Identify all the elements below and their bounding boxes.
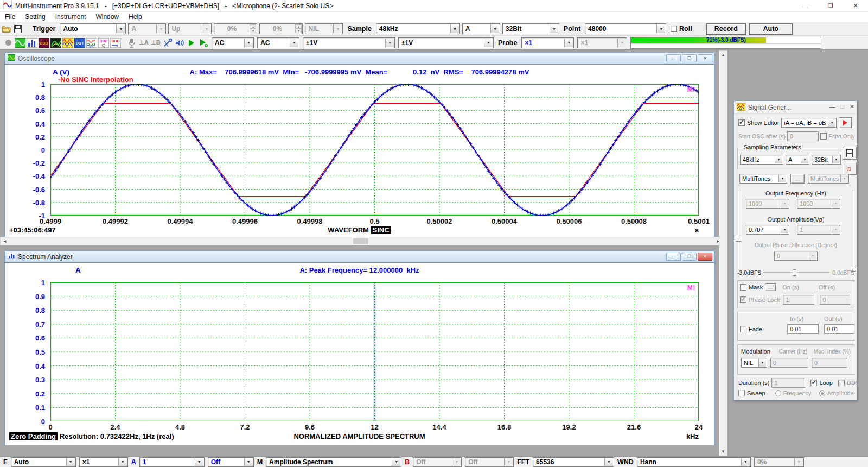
signal-generator-icon[interactable] [62, 37, 74, 49]
chevron-down-icon[interactable]: ▼ [832, 156, 840, 163]
maximize-button[interactable]: ❐ [818, 0, 843, 11]
device-test-plan-icon[interactable]: DUT [74, 37, 86, 49]
amplitude-slider-a[interactable] [735, 188, 742, 273]
range-b-combo[interactable]: ±1V▼ [398, 37, 494, 48]
menu-help[interactable]: Help [124, 13, 147, 21]
record-button[interactable]: Record [706, 23, 746, 35]
sweep-frequency-radio[interactable] [775, 390, 781, 396]
derived-data-curves-icon[interactable] [86, 37, 98, 49]
menu-instrument[interactable]: Instrument [50, 13, 91, 21]
chevron-down-icon[interactable]: ▼ [385, 39, 394, 47]
chevron-down-icon[interactable]: ▼ [392, 458, 400, 466]
duration-input[interactable]: 1 [771, 378, 805, 388]
microphone-icon[interactable] [126, 37, 138, 49]
output-run-icon[interactable] [197, 37, 209, 49]
chevron-down-icon[interactable]: ▼ [775, 156, 782, 163]
multimeter-icon[interactable]: 888 [38, 37, 50, 49]
dds-checkbox[interactable] [838, 380, 845, 386]
freq-b-combo[interactable]: 1000▼ [797, 199, 840, 209]
siggen-music-button[interactable]: ♬ [843, 162, 857, 175]
wave-a-combo[interactable]: MultiTones▼ [739, 174, 787, 184]
menu-file[interactable]: File [0, 13, 20, 21]
phase-combo[interactable]: 0▼ [774, 251, 818, 261]
freq-a-combo[interactable]: 1000▼ [746, 199, 789, 209]
chevron-down-icon[interactable]: ▼ [778, 175, 786, 182]
trigger-source-combo[interactable]: A▼ [128, 23, 166, 34]
oscilloscope-icon[interactable] [14, 37, 26, 49]
wave-b-combo[interactable]: MultiTones▼ [808, 174, 849, 184]
amp-b-combo[interactable]: 1▼ [797, 225, 840, 235]
trigger-hpf-combo[interactable]: NIL▼ [305, 23, 343, 34]
amp-a-combo[interactable]: 0.707▼ [746, 225, 789, 235]
siggen-save-button[interactable] [843, 147, 857, 160]
close-button[interactable]: ✕ [843, 0, 868, 11]
spectrum-analyzer-icon[interactable] [26, 37, 38, 49]
siggen-run-button[interactable] [839, 117, 852, 128]
scroll-up-icon[interactable]: ▲ [719, 51, 727, 59]
chevron-down-icon[interactable]: ▼ [116, 24, 125, 33]
mdi-vertical-scrollbar[interactable]: ▲ ▼ [719, 50, 727, 456]
range-a-combo[interactable]: ±1V▼ [303, 37, 395, 48]
slider-thumb[interactable] [736, 237, 741, 242]
oscilloscope-title-bar[interactable]: Oscilloscope — ❐ ✕ [5, 53, 714, 64]
spin-up-icon[interactable]: ▲ [250, 24, 256, 29]
carrier-input[interactable]: 0 [770, 358, 808, 368]
slider-thumb[interactable] [793, 269, 796, 276]
chevron-down-icon[interactable]: ▼ [801, 156, 808, 163]
chevron-down-icon[interactable]: ▼ [195, 458, 203, 466]
spectrum-restore-button[interactable]: ❐ [682, 253, 697, 261]
dbfs-slider[interactable] [763, 269, 830, 276]
auto-scale-button[interactable]: Auto [749, 23, 793, 35]
trigger-delay-spinner[interactable]: 0%▲▼ [259, 23, 303, 34]
siggen-maximize-button[interactable]: □ [840, 103, 844, 110]
show-editor-checkbox[interactable] [738, 119, 745, 126]
spin-up-icon[interactable]: ▲ [295, 24, 302, 29]
echo-only-checkbox[interactable] [820, 133, 827, 140]
oscilloscope-minimize-button[interactable]: — [666, 54, 681, 62]
roll-checkbox[interactable]: Roll [671, 25, 692, 33]
spectrum-title-bar[interactable]: Spectrum Analyzer — ❐ ✕ [5, 251, 714, 262]
menu-window[interactable]: Window [91, 13, 124, 21]
chevron-down-icon[interactable]: ▼ [484, 39, 493, 47]
ground-a-icon[interactable]: ⊥A [138, 37, 150, 49]
open-file-icon[interactable] [0, 23, 12, 35]
chevron-down-icon[interactable]: ▼ [550, 24, 558, 33]
scroll-down-icon[interactable]: ▼ [719, 447, 727, 456]
chevron-down-icon[interactable]: ▼ [758, 359, 766, 367]
spin-down-icon[interactable]: ▼ [250, 29, 256, 33]
a-scale-combo[interactable]: 1▼ [139, 457, 205, 467]
siggen-close-button[interactable]: ✕ [850, 103, 854, 110]
measurement-combo[interactable]: Amplitude Spectrum▼ [266, 457, 401, 467]
sweep-checkbox[interactable] [738, 390, 745, 396]
speaker-icon[interactable] [174, 37, 186, 49]
routing-combo[interactable]: iA = oA, iB = oB▼ [781, 118, 837, 128]
probe-a-combo[interactable]: ×1▼ [521, 37, 574, 48]
oscilloscope-restore-button[interactable]: ❐ [682, 54, 697, 62]
record-icon[interactable] [2, 37, 14, 49]
overlap-combo[interactable]: 0%▼ [754, 457, 804, 467]
minimize-button[interactable]: — [793, 0, 818, 11]
b-scale-combo[interactable]: Off▼ [413, 457, 462, 467]
siggen-rate-combo[interactable]: 48kHz▼ [740, 155, 783, 165]
chevron-down-icon[interactable]: ▼ [656, 24, 665, 33]
chevron-down-icon[interactable]: ▼ [450, 24, 459, 33]
trigger-edge-combo[interactable]: Up▼ [168, 23, 212, 34]
sample-bits-combo[interactable]: 32Bit▼ [502, 23, 559, 34]
modulation-combo[interactable]: NIL▼ [741, 358, 767, 368]
mask-more-button[interactable]: ... [765, 283, 776, 291]
amplitude-slider-b[interactable] [850, 188, 857, 273]
chevron-down-icon[interactable]: ▼ [781, 226, 788, 234]
sweep-amplitude-radio[interactable] [819, 390, 825, 396]
sample-channel-combo[interactable]: A▼ [462, 23, 500, 34]
coupling-a-combo[interactable]: AC▼ [212, 37, 254, 48]
probe-b-combo[interactable]: ×1▼ [577, 37, 627, 48]
ddp-viewer-icon[interactable]: DDPQ [98, 37, 110, 49]
mask-on-input[interactable]: 1 [783, 295, 814, 305]
chevron-down-icon[interactable]: ▼ [828, 119, 835, 127]
save-icon[interactable] [12, 23, 24, 35]
spectrum-minimize-button[interactable]: — [666, 253, 681, 261]
start-osc-input[interactable]: 0 [787, 131, 819, 141]
siggen-bits-combo[interactable]: 32Bit▼ [812, 155, 841, 165]
scroll-left-icon[interactable]: ◄ [1, 237, 9, 245]
window-function-combo[interactable]: Hann▼ [637, 457, 751, 467]
